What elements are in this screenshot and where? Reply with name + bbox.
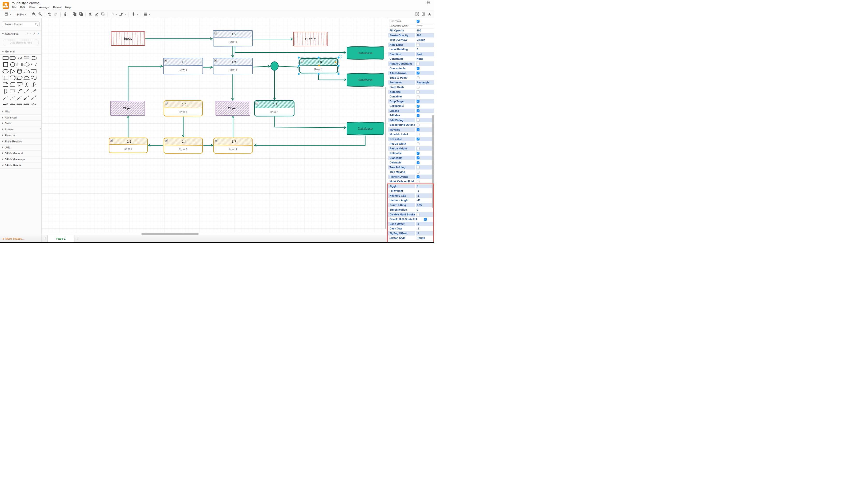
shape-link[interactable] — [2, 101, 9, 107]
shape-ellipse[interactable] — [30, 55, 37, 61]
checkbox-allow-arrows[interactable]: ✓ — [416, 72, 420, 75]
shape-arrow-three-labels[interactable]: SrcLblTgt — [23, 101, 30, 107]
menu-arrange[interactable]: Arrange — [39, 6, 49, 9]
edge-1-5-to-output[interactable] — [253, 39, 292, 39]
panel-row-expand[interactable]: Expand✓ — [388, 109, 434, 113]
canvas-horizontal-scrollbar[interactable] — [142, 233, 198, 235]
shape-and[interactable] — [2, 88, 9, 94]
shape-line[interactable] — [16, 95, 23, 101]
page-tab[interactable]: Page-1 — [48, 235, 74, 242]
panel-row-fixed-dash[interactable]: Fixed Dash — [388, 85, 434, 90]
sidebar-item-bpmn-events[interactable]: BPMN Events — [0, 163, 41, 169]
shape-card[interactable] — [9, 82, 16, 87]
scratchpad-help-icon[interactable]: ? — [26, 32, 28, 35]
shape-data-storage[interactable] — [9, 88, 16, 94]
panel-row-horizontal[interactable]: Horizontal✓ — [388, 19, 434, 24]
shape-arrow-with-label[interactable]: Label — [9, 101, 16, 107]
checkbox-tree-moving[interactable] — [416, 171, 420, 174]
checkbox-rotate-constraint[interactable] — [416, 62, 420, 65]
database-3[interactable]: Database — [347, 122, 384, 135]
output[interactable]: Output — [293, 32, 328, 46]
checkbox-fixed-dash[interactable] — [416, 86, 420, 89]
panel-row-sketch-style[interactable]: Sketch StyleRough — [388, 236, 434, 241]
panel-row-dash-gap[interactable]: Dash Gap-1 — [388, 226, 434, 231]
shape-callout[interactable] — [16, 82, 23, 87]
panel-row-collapsible[interactable]: Collapsible✓ — [388, 104, 434, 109]
format-panel-icon[interactable] — [422, 12, 425, 17]
panel-row-move-cells-on-fold[interactable]: Move Cells on Fold — [388, 179, 434, 184]
checkbox-resize-height[interactable] — [416, 147, 420, 150]
panel-row-edit-dialog[interactable]: Edit Dialog — [388, 118, 434, 123]
scratchpad-add-icon[interactable]: + — [29, 32, 31, 35]
database-2[interactable]: Database — [347, 74, 384, 87]
general-section-header[interactable]: General — [0, 49, 41, 54]
edge-1-7-to-object-right[interactable] — [233, 116, 233, 137]
panel-row-curve-fitting[interactable]: Curve Fitting0.95 — [388, 203, 434, 208]
node-1-7[interactable]: 1.7Row 1 — [214, 138, 252, 154]
panel-row-fill-opacity[interactable]: Fill Opacity100 — [388, 28, 434, 33]
panel-row-container[interactable]: Container — [388, 94, 434, 99]
panel-row-connectable[interactable]: Connectable✓ — [388, 66, 434, 71]
checkbox-expand[interactable]: ✓ — [416, 109, 420, 112]
language-globe-icon[interactable] — [427, 1, 430, 5]
toolbar-item-waypoints-icon[interactable] — [119, 12, 126, 17]
toolbar-item-fill-color-icon[interactable] — [88, 12, 92, 17]
checkbox-connectable[interactable]: ✓ — [416, 67, 420, 70]
panel-value[interactable]: 5 — [416, 184, 418, 189]
resize-handle[interactable] — [337, 64, 340, 67]
collapse-all-icon[interactable] — [428, 12, 432, 17]
toolbar-item-table-icon[interactable] — [144, 12, 150, 17]
checkbox-background-outline[interactable] — [416, 123, 420, 126]
panel-row-dash-offset[interactable]: Dash Offset-1 — [388, 222, 434, 227]
shape-cylinder[interactable] — [16, 68, 23, 74]
database-1[interactable]: Database — [347, 47, 384, 60]
shape-bidirectional-connector[interactable] — [23, 95, 30, 101]
checkbox-edit-dialog[interactable] — [416, 119, 420, 122]
shape-parallelogram[interactable] — [30, 62, 37, 67]
fullscreen-icon[interactable] — [415, 12, 419, 17]
toolbar-item-insert-icon[interactable] — [131, 12, 138, 17]
panel-row-pointer-events[interactable]: Pointer Events✓ — [388, 175, 434, 179]
resize-handle[interactable] — [298, 73, 300, 75]
scratchpad-dropzone[interactable]: Drag elements here — [3, 39, 39, 46]
menu-edit[interactable]: Edit — [20, 6, 25, 9]
panel-value[interactable]: 0 — [416, 47, 418, 52]
menu-extras[interactable]: Extras — [53, 6, 61, 9]
shape-dashed-line[interactable] — [2, 95, 9, 101]
panel-row-movable-label[interactable]: Movable Label — [388, 132, 434, 137]
shape-textbox[interactable]: Heading — [23, 55, 30, 61]
checkbox-move-cells-on-fold[interactable] — [416, 180, 420, 183]
panel-row-stroke-opacity[interactable]: Stroke Opacity100 — [388, 33, 434, 38]
panel-value[interactable]: None — [416, 57, 423, 61]
shape-curve[interactable] — [16, 88, 23, 94]
checkbox-autosize[interactable] — [416, 90, 420, 93]
edge-1-2-to-1-6[interactable] — [203, 67, 212, 67]
panel-row-fill-weight[interactable]: Fill Weight-1 — [388, 189, 434, 194]
shape-circle[interactable] — [9, 62, 16, 67]
edge-1-6-to-junction[interactable] — [253, 66, 270, 67]
object-left[interactable]: Object — [111, 101, 145, 116]
rotate-handle[interactable] — [339, 55, 342, 58]
panel-value[interactable]: -1 — [416, 222, 419, 226]
toolbar-item-undo-icon[interactable] — [48, 12, 52, 17]
panel-row-movable[interactable]: Movable✓ — [388, 127, 434, 132]
insert-icon[interactable] — [131, 12, 135, 17]
resize-handle[interactable] — [337, 73, 340, 75]
shape-rounded-rectangle[interactable] — [9, 55, 16, 61]
add-page-button[interactable]: + — [77, 236, 79, 240]
panel-row-allow-arrows[interactable]: Allow Arrows✓ — [388, 71, 434, 76]
to-front-icon[interactable] — [73, 12, 76, 17]
resize-handle[interactable] — [317, 56, 320, 59]
edge-database-3-to-1-7[interactable] — [254, 136, 365, 146]
shape-bidirectional-arrow[interactable] — [23, 88, 30, 94]
panel-value[interactable]: 100 — [416, 33, 421, 38]
input[interactable]: Input — [111, 32, 145, 46]
shape-triangle[interactable] — [9, 68, 16, 74]
scratchpad-header[interactable]: Scratchpad ? + ✕ — [0, 31, 41, 36]
checkbox-resize-width[interactable] — [416, 142, 420, 145]
sidebar-item-uml[interactable]: UML — [0, 145, 41, 151]
shape-hexagon[interactable] — [2, 68, 9, 74]
edge-1-5-to-database-1[interactable] — [235, 47, 346, 53]
panel-row-jiggle[interactable]: Jiggle5 — [388, 184, 434, 189]
fill-color-icon[interactable] — [88, 12, 92, 17]
